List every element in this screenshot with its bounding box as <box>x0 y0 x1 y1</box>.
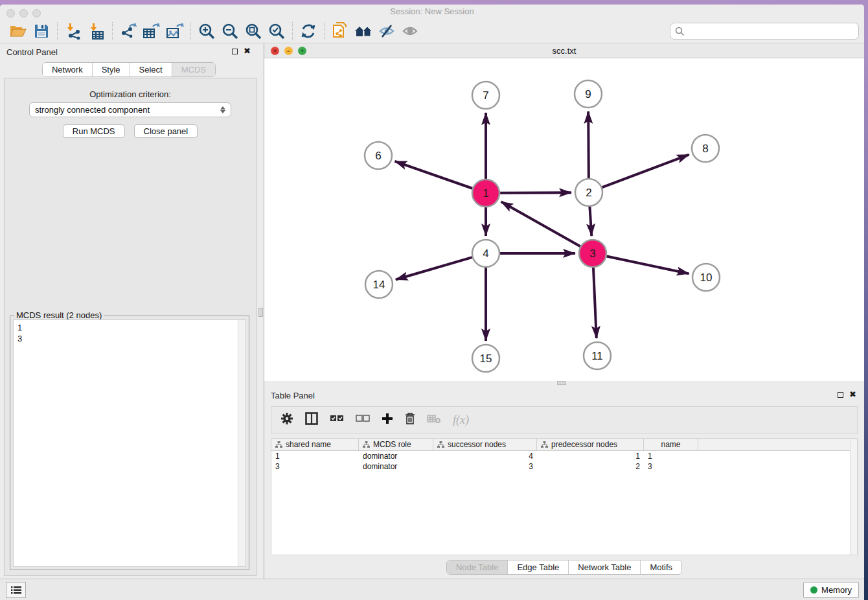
tab-node-table[interactable]: Node Table <box>447 560 508 574</box>
memory-button[interactable]: Memory <box>803 582 859 598</box>
table-settings-gear-icon[interactable] <box>280 412 293 428</box>
table-row[interactable]: 1dominator411 <box>271 451 857 461</box>
network-graph[interactable]: 1234678910111415 <box>264 58 864 381</box>
save-session-icon[interactable] <box>30 21 53 41</box>
import-network-icon[interactable] <box>62 21 85 41</box>
divider-grip[interactable] <box>258 308 263 317</box>
edge-2-8[interactable] <box>602 155 689 188</box>
column-header-shared-name[interactable]: shared name <box>271 439 359 450</box>
export-image-icon[interactable] <box>163 21 187 41</box>
graph-node-label-2: 2 <box>586 187 591 199</box>
table-cell: 1 <box>537 451 644 461</box>
run-mcds-button[interactable]: Run MCDS <box>63 124 125 138</box>
column-header-MCDS-role[interactable]: MCDS role <box>359 439 433 450</box>
edge-1-6[interactable] <box>394 161 472 189</box>
column-header-name[interactable]: name <box>644 439 698 450</box>
close-panel-icon[interactable]: ✖ <box>244 46 251 56</box>
table-row[interactable]: 3dominator323 <box>271 461 857 472</box>
zoom-fit-icon[interactable] <box>242 21 265 41</box>
graph-node-label-9: 9 <box>585 88 591 100</box>
table-scrollbar[interactable] <box>850 439 857 555</box>
float-table-panel-icon[interactable] <box>838 392 843 398</box>
application-window: Session: New Session <box>0 5 864 600</box>
edge-2-3[interactable] <box>589 207 591 236</box>
show-panels-icon[interactable] <box>398 21 422 41</box>
table-cell: dominator <box>359 461 433 472</box>
close-table-panel-icon[interactable]: ✖ <box>849 389 856 399</box>
toolbar-separator <box>324 22 325 40</box>
network-canvas[interactable]: 1234678910111415 <box>264 58 864 381</box>
table-cell: 3 <box>433 461 537 472</box>
open-file-icon[interactable] <box>6 21 30 41</box>
table-cell: 1 <box>271 451 359 461</box>
home-icon[interactable] <box>352 21 375 41</box>
main-toolbar <box>0 19 864 43</box>
float-panel-icon[interactable] <box>232 49 238 54</box>
right-column: ✕ − + scc.txt 1234678910111415 Table Pan… <box>264 43 864 579</box>
edge-3-11[interactable] <box>593 268 597 338</box>
close-panel-button[interactable]: Close panel <box>134 124 198 138</box>
clone-network-icon[interactable] <box>328 21 352 41</box>
result-scrollbar[interactable] <box>238 320 246 566</box>
show-columns-icon[interactable] <box>305 412 318 428</box>
task-history-button[interactable] <box>6 582 26 598</box>
add-column-icon[interactable] <box>382 413 393 427</box>
edge-2-9[interactable] <box>588 111 589 178</box>
graph-node-label-11: 11 <box>591 350 603 362</box>
graph-node-label-3: 3 <box>589 248 595 260</box>
table-header-row: shared name MCDS role successor nodes pr… <box>271 439 857 451</box>
column-header-successor-nodes[interactable]: successor nodes <box>433 439 537 450</box>
hide-panels-icon[interactable] <box>375 21 398 41</box>
zoom-out-icon[interactable] <box>218 21 242 41</box>
tab-mcds[interactable]: MCDS <box>172 63 215 76</box>
tab-style[interactable]: Style <box>93 63 130 76</box>
toolbar-separator <box>190 22 191 40</box>
window-title: Session: New Session <box>0 6 864 16</box>
deselect-all-icon[interactable] <box>356 414 370 426</box>
node-table: shared name MCDS role successor nodes pr… <box>271 438 858 555</box>
zoom-selected-icon[interactable] <box>265 21 288 41</box>
table-cell: 3 <box>644 461 698 472</box>
mcds-result-area[interactable]: 13 <box>13 319 246 567</box>
delete-table-icon-disabled <box>427 413 441 426</box>
column-header-predecessor-nodes[interactable]: predecessor nodes <box>537 439 644 450</box>
edge-4-14[interactable] <box>396 257 472 279</box>
edge-3-10[interactable] <box>607 257 689 274</box>
network-window: ✕ − + scc.txt 1234678910111415 <box>264 43 864 385</box>
apply-layout-icon[interactable] <box>297 21 320 41</box>
export-table-icon[interactable] <box>140 21 163 41</box>
import-table-icon[interactable] <box>85 21 108 41</box>
graph-node-label-15: 15 <box>480 352 492 365</box>
table-cell: dominator <box>359 451 433 461</box>
optimization-criterion-select[interactable]: strongly connected component <box>29 102 231 117</box>
tab-network[interactable]: Network <box>43 63 93 76</box>
split-divider-vertical[interactable] <box>258 43 264 579</box>
edge-1-2[interactable] <box>500 192 571 193</box>
zoom-in-icon[interactable] <box>195 21 218 41</box>
export-network-icon[interactable] <box>117 21 140 41</box>
table-panel-header: Table Panel ✖ <box>264 387 864 404</box>
table-cell: 2 <box>537 461 644 472</box>
delete-column-icon[interactable] <box>405 412 415 428</box>
network-bottom-strip <box>264 381 864 385</box>
graph-node-label-8: 8 <box>702 143 708 155</box>
main-titlebar: Session: New Session <box>0 5 864 19</box>
result-line: 3 <box>17 333 242 344</box>
search-input[interactable] <box>670 23 859 40</box>
mcds-result-lines: 13 <box>14 320 246 346</box>
attribute-type-icon <box>275 441 282 448</box>
attribute-type-icon <box>541 441 548 448</box>
edge-3-1[interactable] <box>501 202 580 246</box>
tab-select[interactable]: Select <box>130 63 172 76</box>
toolbar-separator <box>57 22 58 40</box>
select-all-icon[interactable] <box>330 414 344 426</box>
tab-motifs[interactable]: Motifs <box>641 560 681 574</box>
tab-edge-table[interactable]: Edge Table <box>508 560 569 574</box>
result-line: 1 <box>17 322 242 333</box>
optimization-criterion-label: Optimization criterion: <box>5 89 256 99</box>
table-panel-title: Table Panel <box>271 391 315 400</box>
tab-network-table[interactable]: Network Table <box>569 560 641 574</box>
divider-grip-horizontal[interactable] <box>557 381 566 385</box>
status-bar: Memory <box>0 579 864 600</box>
mcds-panel: Optimization criterion: strongly connect… <box>4 78 257 576</box>
